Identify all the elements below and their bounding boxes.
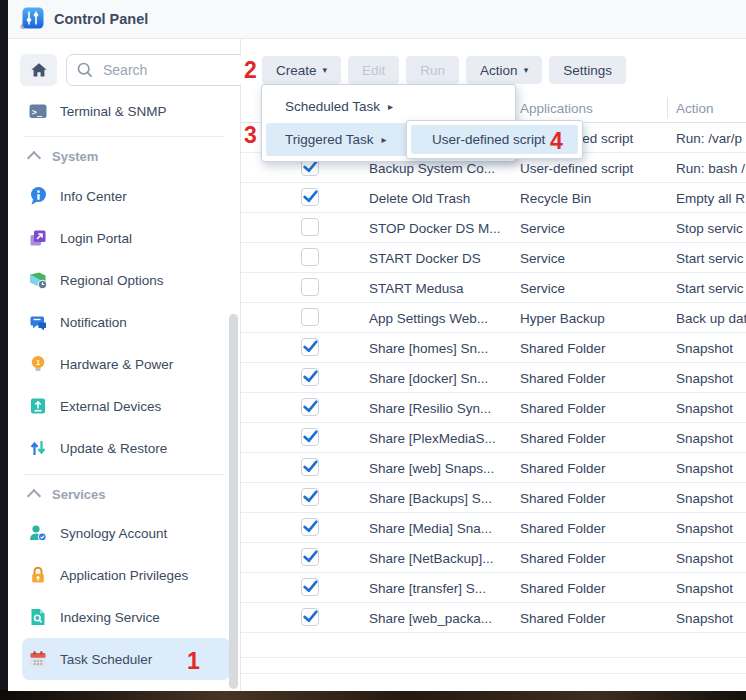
column-header-applications[interactable]: Applications	[520, 100, 593, 115]
column-separator	[667, 97, 668, 118]
menu-item-label: Triggered Task	[285, 132, 374, 147]
table-row[interactable]: STOP Docker DS M...ServiceStop servic	[241, 213, 746, 243]
empty-row	[241, 633, 746, 658]
task-name-cell: Share [web_packa...	[369, 610, 492, 625]
task-name-cell: START Medusa	[369, 280, 464, 295]
action-cell: Snapshot	[676, 550, 733, 565]
action-cell: Snapshot	[676, 460, 733, 475]
column-header-action[interactable]: Action	[676, 100, 714, 115]
sidebar-item-label: Regional Options	[60, 273, 164, 288]
table-row[interactable]: Share [PlexMediaS...Shared FolderSnapsho…	[241, 423, 746, 453]
row-checkbox-unchecked[interactable]	[301, 218, 319, 236]
sidebar-item-label: Hardware & Power	[60, 357, 173, 372]
sidebar-item-login-portal[interactable]: Login Portal	[22, 217, 230, 259]
row-checkbox-checked[interactable]	[301, 608, 319, 626]
applications-cell: Service	[520, 280, 565, 295]
menu-item-scheduled-task[interactable]: Scheduled Task▸	[266, 90, 511, 123]
action-cell: Start servic	[676, 280, 744, 295]
sidebar-item-label: Notification	[60, 315, 127, 330]
sidebar-item-synology-account[interactable]: Synology Account	[22, 512, 230, 554]
action-cell: Snapshot	[676, 370, 733, 385]
table-row[interactable]: Share [Media] Sna...Shared FolderSnapsho…	[241, 513, 746, 543]
table-row[interactable]: Share [homes] Sn...Shared FolderSnapshot	[241, 333, 746, 363]
sidebar-item-label: Update & Restore	[60, 441, 167, 456]
row-checkbox-checked[interactable]	[301, 518, 319, 536]
sidebar-item-terminal-snmp[interactable]: >_Terminal & SNMP	[22, 91, 230, 131]
sidebar-item-update-restore[interactable]: Update & Restore	[22, 427, 230, 469]
table-row[interactable]: Share [Backups] S...Shared FolderSnapsho…	[241, 483, 746, 513]
notification-icon	[28, 312, 48, 332]
annotation-1: 1	[187, 650, 200, 673]
action-cell: Snapshot	[676, 490, 733, 505]
action-cell: Run: bash /	[676, 160, 745, 175]
sidebar-item-indexing-service[interactable]: Indexing Service	[22, 596, 230, 638]
table-row[interactable]: Share [web_packa...Shared FolderSnapshot	[241, 603, 746, 633]
sidebar-item-hardware-power[interactable]: 1Hardware & Power	[22, 343, 230, 385]
toolbar-button-label: Run	[420, 63, 445, 78]
task-name-cell: Share [web] Snaps...	[369, 460, 494, 475]
action-cell: Snapshot	[676, 580, 733, 595]
create-button[interactable]: Create▾	[262, 56, 341, 84]
row-checkbox-checked[interactable]	[301, 188, 319, 206]
task-name-cell: Share [Media] Sna...	[369, 520, 492, 535]
table-row[interactable]: Share [transfer] S...Shared FolderSnapsh…	[241, 573, 746, 603]
sidebar-scrollbar-thumb[interactable]	[229, 314, 238, 689]
run-button: Run	[406, 56, 459, 84]
row-checkbox-checked[interactable]	[301, 398, 319, 416]
sidebar-item-info-center[interactable]: Info Center	[22, 175, 230, 217]
section-header-services[interactable]: Services	[8, 481, 240, 507]
table-row[interactable]: Delete Old TrashRecycle BinEmpty all R	[241, 183, 746, 213]
sidebar-nav: >_Terminal & SNMPSystemInfo CenterLogin …	[8, 91, 240, 680]
row-checkbox-unchecked[interactable]	[301, 308, 319, 326]
action-cell: Snapshot	[676, 430, 733, 445]
row-checkbox-unchecked[interactable]	[301, 278, 319, 296]
sidebar-item-external-devices[interactable]: External Devices	[22, 385, 230, 427]
table-row[interactable]: Share [web] Snaps...Shared FolderSnapsho…	[241, 453, 746, 483]
annotation-2: 2	[244, 59, 257, 82]
action-button[interactable]: Action▾	[466, 56, 542, 84]
edit-button: Edit	[348, 56, 399, 84]
sidebar-item-label: Info Center	[60, 189, 127, 204]
table-row[interactable]: Share [Resilio Syn...Shared FolderSnapsh…	[241, 393, 746, 423]
action-cell: Run: /var/p	[676, 130, 742, 145]
sidebar-item-notification[interactable]: Notification	[22, 301, 230, 343]
task-table: User-defined scriptRun: /var/pBackup Sys…	[241, 123, 746, 633]
table-row[interactable]: App Settings Web...Hyper BackupBack up d…	[241, 303, 746, 333]
action-cell: Start servic	[676, 250, 744, 265]
svg-text:1: 1	[36, 359, 40, 366]
info-center-icon	[28, 186, 48, 206]
row-checkbox-checked[interactable]	[301, 338, 319, 356]
action-cell: Empty all R	[676, 190, 745, 205]
sidebar-item-label: Synology Account	[60, 526, 167, 541]
row-checkbox-checked[interactable]	[301, 488, 319, 506]
sidebar-item-application-privileges[interactable]: Application Privileges	[22, 554, 230, 596]
row-checkbox-unchecked[interactable]	[301, 248, 319, 266]
row-checkbox-checked[interactable]	[301, 548, 319, 566]
regional-options-icon	[28, 270, 48, 290]
login-portal-icon	[28, 228, 48, 248]
row-checkbox-checked[interactable]	[301, 578, 319, 596]
applications-cell: Shared Folder	[520, 550, 606, 565]
table-row[interactable]: START MedusaServiceStart servic	[241, 273, 746, 303]
table-row[interactable]: Share [NetBackup]...Shared FolderSnapsho…	[241, 543, 746, 573]
task-name-cell: START Docker DS	[369, 250, 481, 265]
table-row[interactable]: Share [docker] Sn...Shared FolderSnapsho…	[241, 363, 746, 393]
task-scheduler-icon	[28, 649, 48, 669]
sidebar-item-regional-options[interactable]: Regional Options	[22, 259, 230, 301]
application-privileges-icon	[28, 565, 48, 585]
settings-button[interactable]: Settings	[549, 56, 626, 84]
row-checkbox-checked[interactable]	[301, 428, 319, 446]
svg-text:>_: >_	[32, 107, 43, 117]
action-cell: Snapshot	[676, 610, 733, 625]
desktop-background: Control Panel >_Terminal & SNMPSystemInf…	[0, 0, 746, 700]
home-button[interactable]	[20, 54, 57, 86]
section-header-system[interactable]: System	[8, 143, 240, 169]
table-row[interactable]: START Docker DSServiceStart servic	[241, 243, 746, 273]
row-checkbox-checked[interactable]	[301, 368, 319, 386]
row-checkbox-checked[interactable]	[301, 458, 319, 476]
terminal-icon: >_	[28, 101, 48, 121]
applications-cell: Recycle Bin	[520, 190, 591, 205]
hardware-power-icon: 1	[28, 354, 48, 374]
home-icon	[29, 60, 49, 80]
search-icon	[75, 60, 95, 80]
